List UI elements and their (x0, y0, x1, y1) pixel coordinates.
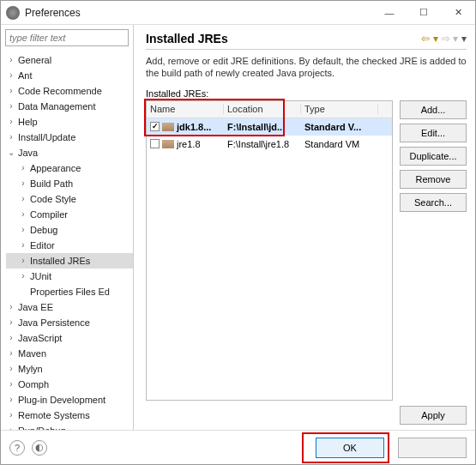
tree-item[interactable]: ›Appearance (6, 160, 133, 176)
edit-button[interactable]: Edit... (400, 124, 467, 142)
tree-item[interactable]: ›Debug (6, 222, 133, 238)
tree-item[interactable]: ›Oomph (6, 377, 133, 392)
tree-item[interactable]: ›Data Management (6, 99, 133, 114)
menu-icon[interactable]: ▾ (461, 33, 467, 45)
tree-item[interactable]: ›JUnit (6, 269, 133, 284)
tree-item[interactable]: ›Help (6, 114, 133, 130)
add-button[interactable]: Add... (400, 100, 467, 119)
jre-type: Standard V... (301, 122, 378, 132)
table-row[interactable]: ✓jdk1.8...F:\Install\jd...Standard V... (147, 118, 392, 136)
duplicate-button[interactable]: Duplicate... (400, 147, 467, 166)
tree-item-label: Compiler (30, 209, 68, 220)
tree-item[interactable]: ›Remote Systems (6, 408, 133, 423)
tree-item[interactable]: ›General (6, 52, 133, 68)
tree-item-label: Code Style (30, 194, 76, 204)
tree-item[interactable]: ›Plug-in Development (6, 392, 133, 408)
ok-highlight-annotation: OK (302, 432, 389, 463)
jre-location: F:\Install\jre1.8 (224, 139, 301, 149)
category-tree[interactable]: ›General›Ant›Code Recommende›Data Manage… (1, 51, 133, 430)
row-checkbox[interactable]: ✓ (150, 122, 160, 131)
table-row[interactable]: jre1.8F:\Install\jre1.8Standard VM (147, 136, 392, 153)
tree-item[interactable]: ›Run/Debug (6, 423, 133, 430)
expand-caret-icon[interactable]: › (18, 163, 28, 173)
back-icon[interactable]: ⇦ ▾ (421, 33, 437, 45)
row-checkbox[interactable] (150, 139, 160, 148)
tree-item-label: General (18, 55, 51, 65)
tree-item-label: Mylyn (18, 364, 43, 374)
tree-item[interactable]: ›Install/Update (6, 130, 133, 145)
jre-name: jre1.8 (177, 139, 201, 149)
tree-item[interactable]: ›Build Path (6, 176, 133, 191)
expand-caret-icon[interactable]: › (6, 379, 16, 390)
tree-item[interactable]: ›Editor (6, 238, 133, 253)
tree-item[interactable]: ›JavaScript (6, 330, 133, 346)
tree-item[interactable]: Properties Files Ed (6, 284, 133, 299)
tree-item[interactable]: ›Code Style (6, 191, 133, 207)
expand-caret-icon[interactable]: › (6, 395, 16, 405)
expand-caret-icon[interactable]: › (18, 225, 28, 235)
minimize-button[interactable]: — (372, 1, 407, 25)
col-name[interactable]: Name (147, 104, 224, 114)
remove-button[interactable]: Remove (400, 170, 467, 189)
tree-item-label: Debug (30, 225, 57, 235)
jre-icon (162, 123, 174, 131)
expand-caret-icon[interactable]: › (18, 178, 28, 189)
app-icon (6, 6, 20, 20)
tree-item-label: Java EE (18, 302, 53, 312)
sidebar: ›General›Ant›Code Recommende›Data Manage… (1, 25, 134, 430)
tree-item-label: Install/Update (18, 132, 75, 142)
tree-item-label: Code Recommende (18, 86, 102, 96)
jre-table[interactable]: Name Location Type ✓jdk1.8...F:\Install\… (146, 100, 393, 401)
forward-icon[interactable]: ⇨ ▾ (442, 33, 458, 45)
expand-caret-icon[interactable]: › (6, 348, 16, 359)
expand-caret-icon[interactable]: › (6, 364, 16, 374)
expand-caret-icon[interactable]: › (18, 240, 28, 251)
footer: ? ◐ OK (1, 430, 475, 464)
cancel-button[interactable] (398, 438, 467, 458)
expand-caret-icon[interactable]: › (18, 209, 28, 220)
expand-caret-icon[interactable]: › (6, 70, 16, 81)
close-button[interactable]: ✕ (441, 1, 475, 25)
tree-item[interactable]: ›Java EE (6, 299, 133, 315)
tree-item[interactable]: ⌄Java (6, 145, 133, 160)
tree-item-label: Properties Files Ed (30, 287, 110, 297)
expand-caret-icon[interactable]: › (18, 256, 28, 266)
tree-item-label: Java (18, 148, 38, 158)
filter-input[interactable] (5, 29, 129, 46)
expand-caret-icon[interactable]: › (6, 86, 16, 96)
tree-item-label: JUnit (30, 271, 51, 281)
expand-caret-icon[interactable]: › (6, 333, 16, 343)
tree-item-label: Data Management (18, 101, 96, 112)
expand-caret-icon[interactable]: › (6, 101, 16, 112)
expand-caret-icon[interactable]: › (6, 55, 16, 65)
expand-caret-icon[interactable]: › (6, 132, 16, 142)
tree-item[interactable]: ›Code Recommende (6, 83, 133, 99)
expand-caret-icon[interactable]: › (6, 317, 16, 328)
expand-caret-icon[interactable]: › (6, 302, 16, 312)
expand-caret-icon[interactable]: › (18, 271, 28, 281)
expand-caret-icon[interactable]: ⌄ (6, 148, 16, 158)
apply-button[interactable]: Apply (400, 406, 467, 425)
col-location[interactable]: Location (224, 104, 301, 114)
ok-button[interactable]: OK (316, 438, 384, 458)
tree-item[interactable]: ›Ant (6, 68, 133, 83)
col-type[interactable]: Type (301, 104, 378, 114)
expand-caret-icon[interactable] (18, 287, 28, 297)
expand-caret-icon[interactable]: › (18, 194, 28, 204)
expand-caret-icon[interactable]: › (6, 410, 16, 420)
tree-item[interactable]: ›Java Persistence (6, 315, 133, 330)
tree-item-label: Maven (18, 348, 46, 359)
maximize-button[interactable]: ☐ (407, 1, 441, 25)
expand-caret-icon[interactable]: › (6, 117, 16, 127)
tree-item[interactable]: ›Installed JREs (6, 253, 133, 269)
tree-item-label: Build Path (30, 178, 73, 189)
progress-icon[interactable]: ◐ (32, 440, 47, 456)
tree-item[interactable]: ›Compiler (6, 207, 133, 222)
tree-item-label: Installed JREs (30, 256, 90, 266)
jre-name: jdk1.8... (177, 122, 211, 132)
tree-item[interactable]: ›Maven (6, 346, 133, 361)
tree-item[interactable]: ›Mylyn (6, 361, 133, 377)
help-icon[interactable]: ? (9, 440, 25, 456)
search-button[interactable]: Search... (400, 193, 467, 212)
filter-wrap (5, 29, 129, 46)
